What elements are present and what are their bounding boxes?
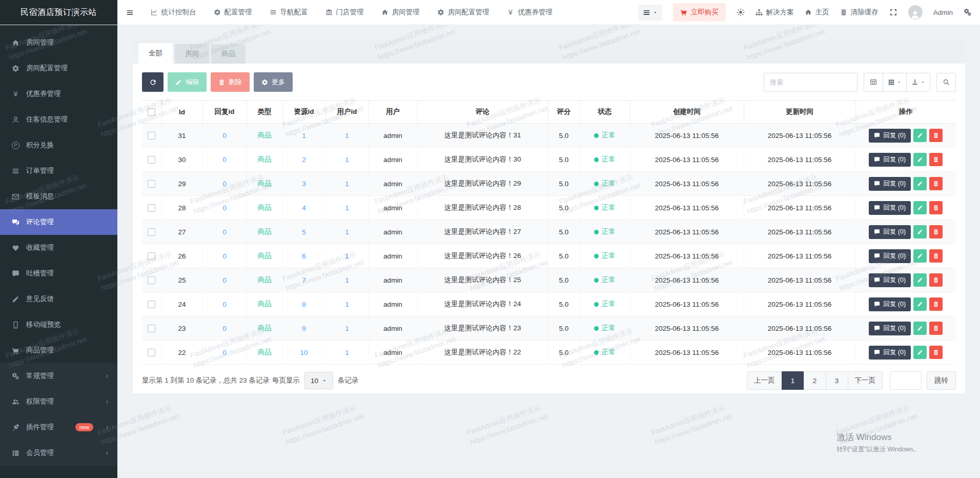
menu-dropdown-button[interactable] — [638, 5, 662, 21]
edit-button[interactable] — [913, 249, 927, 263]
row-checkbox[interactable] — [148, 349, 155, 356]
user-id-link[interactable]: 1 — [345, 180, 349, 188]
user-id-link[interactable]: 1 — [345, 325, 349, 332]
reply-button[interactable]: 回复 (0) — [869, 129, 911, 143]
reply-button[interactable]: 回复 (0) — [869, 297, 911, 311]
view-toggle-button[interactable] — [864, 73, 883, 92]
tab[interactable]: 全部 — [138, 43, 173, 64]
refresh-button[interactable] — [142, 72, 164, 92]
sidebar-item[interactable]: 订单管理 — [0, 158, 117, 184]
column-header[interactable]: 更新时间 — [744, 101, 855, 124]
reply-id-link[interactable]: 0 — [222, 349, 227, 356]
jump-page-input[interactable] — [890, 371, 922, 390]
fullscreen-button[interactable] — [889, 8, 897, 16]
reply-id-link[interactable]: 0 — [222, 132, 227, 140]
topnav-item[interactable]: 导航配置 — [261, 0, 317, 25]
delete-button[interactable] — [929, 346, 943, 359]
reply-id-link[interactable]: 0 — [222, 228, 227, 236]
reply-id-link[interactable]: 0 — [222, 276, 227, 284]
reply-button[interactable]: 回复 (0) — [869, 153, 911, 167]
resource-id-link[interactable]: 7 — [302, 276, 306, 284]
topnav-item[interactable]: 房间配置管理 — [428, 0, 498, 25]
column-header[interactable]: 资源id — [282, 101, 325, 124]
buy-now-button[interactable]: 立即购买 — [673, 3, 726, 22]
row-checkbox[interactable] — [148, 301, 155, 308]
edit-button[interactable] — [913, 129, 927, 142]
sidebar-item[interactable]: 房间配置管理 — [0, 55, 117, 81]
topnav-item[interactable]: 门店管理 — [317, 0, 373, 25]
resource-id-link[interactable]: 8 — [302, 301, 306, 308]
sidebar-item[interactable]: 模板消息 — [0, 184, 117, 209]
settings-button[interactable] — [964, 8, 972, 16]
sidebar-item[interactable]: 权限管理 — [0, 389, 117, 414]
username[interactable]: Admin — [933, 9, 953, 16]
reply-id-link[interactable]: 0 — [222, 252, 227, 260]
sidebar-item[interactable]: 商品管理 — [0, 337, 117, 363]
resource-id-link[interactable]: 10 — [300, 349, 308, 356]
user-id-link[interactable]: 1 — [345, 156, 349, 164]
reply-id-link[interactable]: 0 — [222, 204, 227, 212]
search-input[interactable] — [764, 73, 858, 92]
reply-button[interactable]: 回复 (0) — [869, 322, 911, 335]
row-checkbox[interactable] — [148, 204, 155, 212]
row-checkbox[interactable] — [148, 132, 155, 140]
row-checkbox[interactable] — [148, 276, 155, 284]
select-all-checkbox[interactable] — [148, 108, 155, 116]
row-checkbox[interactable] — [148, 180, 155, 188]
edit-toolbar-button[interactable]: 编辑 — [168, 72, 207, 92]
row-checkbox[interactable] — [148, 228, 155, 236]
resource-id-link[interactable]: 4 — [302, 204, 306, 212]
column-header[interactable]: 创建时间 — [630, 101, 744, 124]
resource-id-link[interactable]: 3 — [302, 180, 306, 188]
resource-id-link[interactable]: 2 — [302, 156, 306, 164]
sidebar-item[interactable]: 常规管理 — [0, 363, 117, 389]
column-header[interactable]: 类型 — [247, 101, 282, 124]
row-checkbox[interactable] — [148, 156, 155, 164]
tab[interactable]: 房间 — [175, 44, 209, 64]
delete-button[interactable] — [929, 322, 943, 335]
resource-id-link[interactable]: 6 — [302, 252, 306, 260]
page-size-select[interactable]: 10 — [304, 372, 333, 389]
user-id-link[interactable]: 1 — [345, 301, 349, 308]
reply-id-link[interactable]: 0 — [222, 156, 227, 164]
export-button[interactable] — [907, 73, 930, 92]
delete-button[interactable] — [929, 129, 943, 142]
reply-button[interactable]: 回复 (0) — [869, 249, 911, 263]
reply-button[interactable]: 回复 (0) — [869, 225, 911, 239]
clear-cache-link[interactable]: 清除缓存 — [840, 8, 879, 17]
sidebar-item[interactable]: 房间管理 — [0, 30, 117, 55]
edit-button[interactable] — [913, 201, 927, 214]
row-checkbox[interactable] — [148, 252, 155, 260]
edit-button[interactable] — [913, 273, 927, 287]
sidebar-item[interactable]: 吐槽管理 — [0, 261, 117, 286]
theme-toggle-button[interactable] — [737, 8, 745, 16]
sidebar-item[interactable]: 评论管理 — [0, 209, 117, 235]
sidebar-toggle-button[interactable] — [117, 0, 142, 25]
delete-button[interactable] — [929, 297, 943, 311]
sidebar-item[interactable]: 会员管理 — [0, 440, 117, 466]
edit-button[interactable] — [913, 346, 927, 359]
column-header[interactable]: 评分 — [548, 101, 580, 124]
user-id-link[interactable]: 1 — [345, 349, 349, 356]
edit-button[interactable] — [913, 153, 927, 166]
delete-button[interactable] — [929, 153, 943, 166]
column-header[interactable]: 评论 — [417, 101, 548, 124]
more-button[interactable]: 更多 — [254, 72, 293, 92]
reply-button[interactable]: 回复 (0) — [869, 201, 911, 215]
jump-button[interactable]: 跳转 — [927, 371, 956, 390]
delete-button[interactable] — [929, 273, 943, 287]
resource-id-link[interactable]: 9 — [302, 325, 306, 332]
sidebar-item[interactable]: 意见反馈 — [0, 286, 117, 312]
next-page-button[interactable]: 下一页 — [848, 371, 883, 390]
reply-button[interactable]: 回复 (0) — [869, 346, 911, 360]
column-header[interactable]: 状态 — [580, 101, 630, 124]
topnav-item[interactable]: 配置管理 — [205, 0, 261, 25]
user-id-link[interactable]: 1 — [345, 228, 349, 236]
topnav-item[interactable]: 房间管理 — [373, 0, 428, 25]
resource-id-link[interactable]: 5 — [302, 228, 306, 236]
reply-id-link[interactable]: 0 — [222, 180, 227, 188]
user-id-link[interactable]: 1 — [345, 132, 349, 140]
reply-id-link[interactable]: 0 — [222, 301, 227, 308]
columns-button[interactable] — [883, 73, 907, 92]
search-toggle-button[interactable] — [936, 73, 956, 92]
